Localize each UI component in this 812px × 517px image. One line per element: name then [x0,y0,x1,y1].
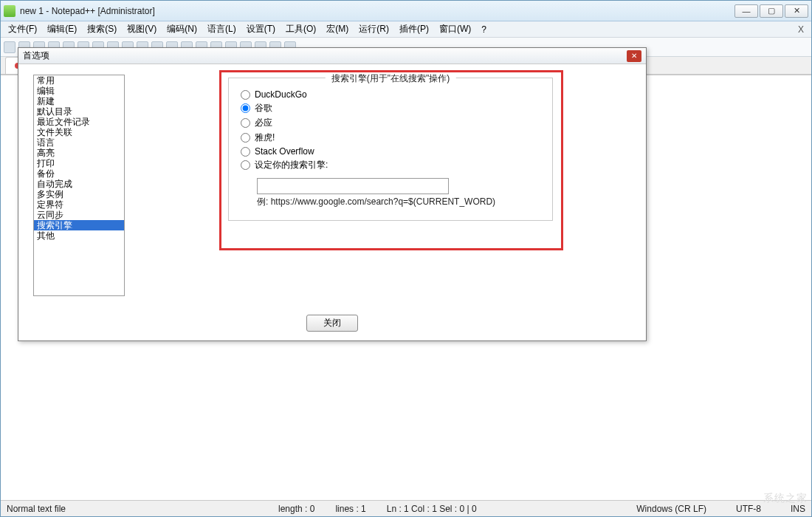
pref-item-15[interactable]: 其他 [34,230,124,241]
menu-help[interactable]: ? [477,23,491,36]
window-controls: — ▢ ✕ [734,4,808,18]
menu-settings[interactable]: 设置(T) [242,21,280,37]
search-engine-option[interactable]: 谷歌 [241,102,540,114]
statusbar: Normal text file length : 0 lines : 1 Ln… [1,500,811,516]
menu-encoding[interactable]: 编码(N) [162,21,202,37]
pref-item-7[interactable]: 高亮 [34,148,124,158]
mdi-close-icon[interactable]: X [794,24,808,35]
status-filetype: Normal text file [7,504,66,514]
close-button[interactable]: ✕ [785,4,808,18]
status-insert: INS [791,504,805,514]
pref-item-14[interactable]: 搜索引擎 [34,220,124,230]
search-engine-radio[interactable] [241,103,250,113]
search-engine-option[interactable]: 设定你的搜索引擎: [241,159,540,171]
search-engine-label: 雅虎! [255,131,275,144]
search-engine-option[interactable]: DuckDuckGo [241,89,540,100]
search-engine-label: Stack Overflow [255,146,314,157]
pref-item-6[interactable]: 语言 [34,137,124,148]
menubar: 文件(F) 编辑(E) 搜索(S) 视图(V) 编码(N) 语言(L) 设置(T… [1,21,811,38]
pref-item-4[interactable]: 最近文件记录 [34,117,124,127]
menu-search[interactable]: 搜索(S) [83,21,121,37]
toolbar-icon[interactable] [4,41,16,53]
menu-language[interactable]: 语言(L) [203,21,241,37]
menu-tools[interactable]: 工具(O) [281,21,320,37]
pref-item-3[interactable]: 默认目录 [34,106,124,117]
preferences-panel: 搜索引擎(用于"在线搜索"操作) DuckDuckGo谷歌必应雅虎!Stack … [140,75,631,304]
example-text: 例: https://www.google.com/search?q=$(CUR… [257,196,540,208]
status-eol: Windows (CR LF) [636,504,706,514]
search-engine-label: 必应 [255,117,272,129]
status-encoding: UTF-8 [736,504,761,514]
status-length: length : 0 [278,504,314,514]
group-legend: 搜索引擎(用于"在线搜索"操作) [326,72,456,85]
pref-item-10[interactable]: 自动完成 [34,179,124,189]
menu-file[interactable]: 文件(F) [4,21,41,37]
search-engine-radio[interactable] [241,118,250,128]
search-engine-option[interactable]: 必应 [241,117,540,129]
pref-item-1[interactable]: 编辑 [34,86,124,96]
search-engine-radio[interactable] [241,147,250,157]
menu-plugins[interactable]: 插件(P) [395,21,433,37]
menu-run[interactable]: 运行(R) [354,21,393,37]
pref-item-2[interactable]: 新建 [34,96,124,106]
dialog-close-button-bottom[interactable]: 关闭 [306,315,358,332]
search-engine-group: 搜索引擎(用于"在线搜索"操作) DuckDuckGo谷歌必应雅虎!Stack … [228,78,553,221]
search-engine-radio[interactable] [241,133,250,143]
menu-window[interactable]: 窗口(W) [435,21,475,37]
window-title: new 1 - Notepad++ [Administrator] [20,6,734,16]
minimize-button[interactable]: — [734,4,758,18]
search-engine-label: 谷歌 [255,102,272,114]
dialog-footer: 关闭 [18,310,646,340]
search-engine-label: DuckDuckGo [255,89,307,100]
dialog-title: 首选项 [23,49,627,62]
titlebar: new 1 - Notepad++ [Administrator] — ▢ ✕ [1,1,811,21]
pref-item-12[interactable]: 定界符 [34,199,124,210]
search-engine-option[interactable]: Stack Overflow [241,146,540,157]
menu-macro[interactable]: 宏(M) [322,21,353,37]
maximize-button[interactable]: ▢ [760,4,783,18]
dialog-body: 常用编辑新建默认目录最近文件记录文件关联语言高亮打印备份自动完成多实例定界符云同… [18,64,646,310]
app-icon [4,5,16,17]
pref-item-11[interactable]: 多实例 [34,189,124,199]
preferences-dialog: 首选项 ✕ 常用编辑新建默认目录最近文件记录文件关联语言高亮打印备份自动完成多实… [18,47,647,341]
pref-item-0[interactable]: 常用 [34,75,124,86]
menu-edit[interactable]: 编辑(E) [43,21,81,37]
search-engine-label: 设定你的搜索引擎: [255,159,328,171]
pref-item-13[interactable]: 云同步 [34,210,124,220]
search-engine-radio[interactable] [241,90,250,100]
search-engine-option[interactable]: 雅虎! [241,131,540,144]
pref-item-5[interactable]: 文件关联 [34,127,124,137]
status-lines: lines : 1 [335,504,365,514]
preferences-category-list[interactable]: 常用编辑新建默认目录最近文件记录文件关联语言高亮打印备份自动完成多实例定界符云同… [33,75,125,296]
search-engine-radio[interactable] [241,160,250,170]
dialog-titlebar: 首选项 ✕ [18,48,646,64]
status-position: Ln : 1 Col : 1 Sel : 0 | 0 [387,504,477,514]
pref-item-8[interactable]: 打印 [34,158,124,168]
custom-search-engine-input[interactable] [257,178,449,194]
dialog-close-button[interactable]: ✕ [627,50,641,62]
pref-item-9[interactable]: 备份 [34,168,124,179]
menu-view[interactable]: 视图(V) [123,21,161,37]
